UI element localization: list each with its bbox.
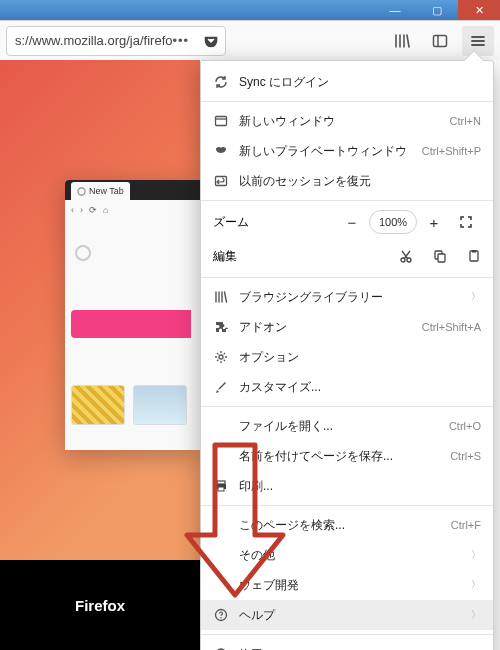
menu-find-in-page[interactable]: このページを検索... Ctrl+F <box>201 510 493 540</box>
menu-customize[interactable]: カスタマイズ... <box>201 372 493 402</box>
library-button[interactable] <box>386 26 418 56</box>
sidebar-button[interactable] <box>424 26 456 56</box>
chevron-right-icon: 〉 <box>471 608 481 622</box>
url-input[interactable]: s://www.mozilla.org/ja/firefo ••• <box>6 26 226 56</box>
chevron-right-icon: 〉 <box>471 548 481 562</box>
print-icon <box>213 478 229 494</box>
restore-icon <box>213 173 229 189</box>
page-actions-icon[interactable]: ••• <box>173 33 190 48</box>
chevron-right-icon: 〉 <box>471 290 481 304</box>
svg-rect-11 <box>472 250 476 253</box>
menu-addons[interactable]: アドオン Ctrl+Shift+A <box>201 312 493 342</box>
svg-rect-13 <box>217 481 225 484</box>
window-close-button[interactable]: ✕ <box>458 0 500 20</box>
inset-tab-newtab: New Tab <box>71 182 130 200</box>
addons-icon <box>213 319 229 335</box>
hamburger-menu-button[interactable] <box>462 26 494 56</box>
window-titlebar: — ▢ ✕ <box>0 0 500 20</box>
zoom-in-button[interactable]: + <box>419 210 449 234</box>
zoom-out-button[interactable]: − <box>337 210 367 234</box>
paste-icon[interactable] <box>467 249 481 263</box>
menu-restore-session[interactable]: 以前のセッションを復元 <box>201 166 493 196</box>
menu-sync[interactable]: Sync にログイン <box>201 67 493 97</box>
brand-text: Firefox <box>75 597 125 614</box>
app-menu-panel: Sync にログイン 新しいウィンドウ Ctrl+N 新しいプライベートウィンド… <box>200 60 494 650</box>
menu-print[interactable]: 印刷... <box>201 471 493 501</box>
svg-point-12 <box>219 355 223 359</box>
svg-rect-9 <box>438 254 445 262</box>
paintbrush-icon <box>213 379 229 395</box>
window-icon <box>213 113 229 129</box>
menu-quit[interactable]: 終了 Ctrl+Shift+Q <box>201 639 493 650</box>
menu-new-window[interactable]: 新しいウィンドウ Ctrl+N <box>201 106 493 136</box>
edit-label: 編集 <box>213 248 269 265</box>
cut-icon[interactable] <box>399 249 413 263</box>
chevron-right-icon: 〉 <box>471 578 481 592</box>
svg-rect-3 <box>216 117 227 126</box>
gear-icon <box>213 349 229 365</box>
window-maximize-button[interactable]: ▢ <box>416 0 458 20</box>
svg-point-2 <box>78 187 85 194</box>
svg-rect-5 <box>216 177 227 186</box>
library-icon <box>213 289 229 305</box>
power-icon <box>213 646 229 650</box>
menu-options[interactable]: オプション <box>201 342 493 372</box>
svg-rect-0 <box>434 35 447 46</box>
menu-more[interactable]: その他 〉 <box>201 540 493 570</box>
menu-new-private-window[interactable]: 新しいプライベートウィンドウ Ctrl+Shift+P <box>201 136 493 166</box>
copy-icon[interactable] <box>433 249 447 263</box>
window-minimize-button[interactable]: — <box>374 0 416 20</box>
svg-point-17 <box>220 617 221 618</box>
url-text: s://www.mozilla.org/ja/firefo <box>15 33 173 48</box>
menu-edit-row: 編集 <box>201 239 493 273</box>
menu-web-developer[interactable]: ウェブ開発 〉 <box>201 570 493 600</box>
mask-icon <box>213 143 229 159</box>
page-footer: Firefox <box>0 560 200 650</box>
svg-rect-15 <box>218 487 224 491</box>
menu-save-page-as[interactable]: 名前を付けてページを保存... Ctrl+S <box>201 441 493 471</box>
sync-icon <box>213 74 229 90</box>
zoom-value[interactable]: 100% <box>369 210 417 234</box>
menu-zoom-row: ズーム − 100% + <box>201 205 493 239</box>
fullscreen-button[interactable] <box>451 210 481 234</box>
menu-open-file[interactable]: ファイルを開く... Ctrl+O <box>201 411 493 441</box>
zoom-label: ズーム <box>213 214 269 231</box>
browser-toolbar: s://www.mozilla.org/ja/firefo ••• <box>0 20 500 60</box>
inset-browser-mock: New Tab ‹›⟳⌂ <box>65 180 200 450</box>
menu-help[interactable]: ヘルプ 〉 <box>201 600 493 630</box>
pocket-icon[interactable] <box>203 33 219 49</box>
menu-library[interactable]: ブラウジングライブラリー 〉 <box>201 282 493 312</box>
help-icon <box>213 607 229 623</box>
